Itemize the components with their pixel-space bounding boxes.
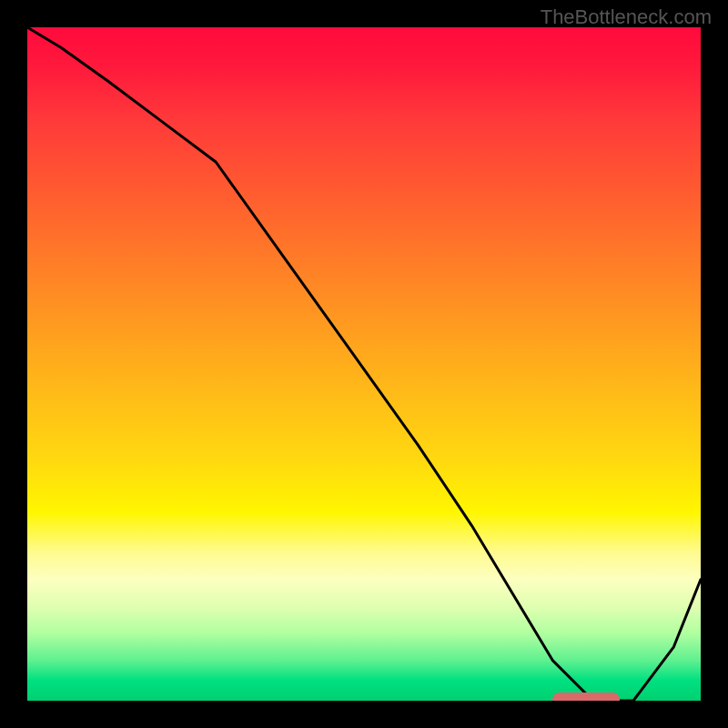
chart-container: TheBottleneck.com [0,0,728,728]
optimal-range-marker [552,693,620,701]
bottleneck-curve [27,27,701,701]
watermark-text: TheBottleneck.com [541,5,712,29]
plot-area [27,27,701,701]
